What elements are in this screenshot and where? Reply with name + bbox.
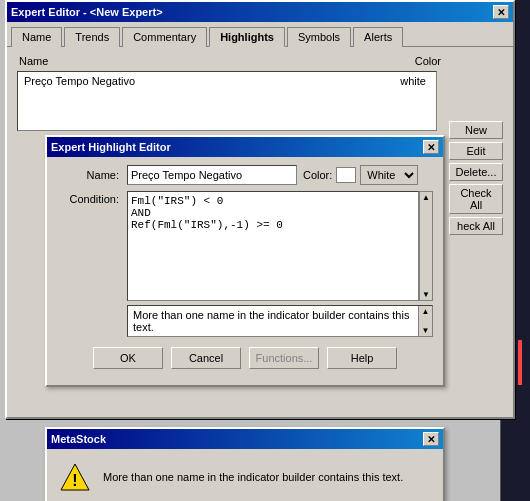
ok-button[interactable]: OK: [93, 347, 163, 369]
scroll-up-icon[interactable]: ▲: [422, 193, 430, 202]
highlight-editor-content: Name: Color: White Black Red Green Blue …: [47, 157, 443, 385]
expert-editor-titlebar: Expert Editor - <New Expert> ✕: [7, 2, 513, 22]
right-buttons: New Edit Delete... Check All heck All: [449, 121, 503, 235]
status-message-text: More than one name in the indicator buil…: [133, 309, 409, 333]
scroll-down-icon[interactable]: ▼: [422, 290, 430, 299]
highlight-editor-titlebar: Expert Highlight Editor ✕: [47, 137, 443, 157]
close-icon: ✕: [427, 142, 435, 153]
metastock-title: MetaStock: [51, 433, 106, 445]
edit-button[interactable]: Edit: [449, 142, 503, 160]
condition-label: Condition:: [57, 191, 127, 205]
main-content: Name Color Preço Tempo Negativo white Ne…: [7, 47, 513, 417]
highlights-list[interactable]: Preço Tempo Negativo white: [17, 71, 437, 131]
metastock-titlebar: MetaStock ✕: [47, 429, 443, 449]
highlight-row[interactable]: Preço Tempo Negativo white: [20, 74, 434, 88]
tab-trends[interactable]: Trends: [64, 27, 120, 47]
check-all-button-2[interactable]: heck All: [449, 217, 503, 235]
color-column-header: Color: [415, 55, 441, 67]
condition-textarea[interactable]: Fml("IRS") < 0 AND Ref(Fml("IRS"),-1) >=…: [127, 191, 419, 301]
column-headers: Name Color: [13, 53, 507, 69]
metastock-dialog: MetaStock ✕ ! More than one name in the …: [45, 427, 445, 501]
metastock-close-button[interactable]: ✕: [423, 432, 439, 446]
tab-commentary[interactable]: Commentary: [122, 27, 207, 47]
color-swatch: [336, 167, 356, 183]
tab-name[interactable]: Name: [11, 27, 62, 47]
help-button[interactable]: Help: [327, 347, 397, 369]
status-message-box: More than one name in the indicator buil…: [127, 305, 433, 337]
expert-editor-title: Expert Editor - <New Expert>: [11, 6, 163, 18]
functions-button[interactable]: Functions...: [249, 347, 319, 369]
color-label: Color:: [303, 169, 332, 181]
condition-row: Condition: Fml("IRS") < 0 AND Ref(Fml("I…: [57, 191, 433, 301]
color-dropdown[interactable]: White Black Red Green Blue Yellow: [360, 165, 418, 185]
svg-text:!: !: [72, 472, 77, 489]
highlight-editor-buttons: OK Cancel Functions... Help: [57, 341, 433, 377]
tab-highlights[interactable]: Highlights: [209, 27, 285, 47]
name-row: Name: Color: White Black Red Green Blue …: [57, 165, 433, 185]
status-scroll-down-icon[interactable]: ▼: [422, 326, 430, 335]
new-button[interactable]: New: [449, 121, 503, 139]
highlight-editor-close-button[interactable]: ✕: [423, 140, 439, 154]
status-scrollbar[interactable]: ▲ ▼: [418, 306, 432, 336]
close-icon: ✕: [427, 434, 435, 445]
name-input[interactable]: [127, 165, 297, 185]
status-scroll-up-icon[interactable]: ▲: [422, 307, 430, 316]
highlight-editor-dialog: Expert Highlight Editor ✕ Name: Color: W…: [45, 135, 445, 387]
tab-bar: Name Trends Commentary Highlights Symbol…: [7, 22, 513, 47]
color-section: Color: White Black Red Green Blue Yellow: [303, 165, 418, 185]
condition-scrollbar[interactable]: ▲ ▼: [419, 191, 433, 301]
highlight-editor-title: Expert Highlight Editor: [51, 141, 171, 153]
close-icon: ✕: [497, 7, 505, 18]
chart-candle: [518, 360, 522, 385]
name-column-header: Name: [19, 55, 48, 67]
tab-symbols[interactable]: Symbols: [287, 27, 351, 47]
check-all-button-1[interactable]: Check All: [449, 184, 503, 214]
expert-editor-close-button[interactable]: ✕: [493, 5, 509, 19]
name-label: Name:: [57, 169, 127, 181]
metastock-message-content: ! More than one name in the indicator bu…: [47, 449, 443, 501]
warning-icon: !: [59, 461, 91, 493]
delete-button[interactable]: Delete...: [449, 163, 503, 181]
expert-editor-window: Expert Editor - <New Expert> ✕ Name Tren…: [5, 0, 515, 419]
cancel-button[interactable]: Cancel: [171, 347, 241, 369]
metastock-message-text: More than one name in the indicator buil…: [103, 471, 431, 483]
tab-alerts[interactable]: Alerts: [353, 27, 403, 47]
